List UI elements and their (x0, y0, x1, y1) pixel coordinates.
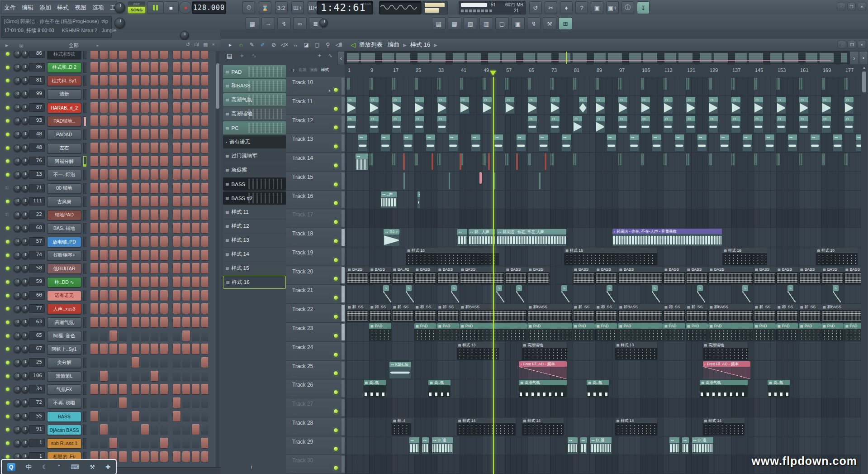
step-cell[interactable] (151, 236, 158, 247)
step-cell[interactable] (90, 424, 98, 435)
clip[interactable]: ⊶ (674, 134, 684, 152)
step-cell[interactable] (100, 62, 108, 72)
step-cell[interactable] (109, 397, 117, 408)
step-cell[interactable] (201, 236, 208, 247)
pan-knob[interactable] (14, 319, 21, 326)
clip[interactable]: ⊶ (799, 115, 809, 133)
channel-button-阿帆上..Sy1[interactable]: 阿帆上..Sy1 (47, 344, 81, 354)
volume-knob[interactable] (21, 292, 29, 300)
clip-样式 16[interactable]: ▤样式 16 (722, 248, 767, 265)
step-cell[interactable] (151, 210, 158, 220)
clip-BASS[interactable]: ▤BASS (437, 267, 459, 284)
mini-clip[interactable] (551, 153, 554, 166)
target-mixer-track[interactable]: 86 (29, 63, 45, 72)
step-cell[interactable] (90, 51, 98, 59)
channel-button-清新[interactable]: 清新 (47, 89, 81, 100)
step-cell[interactable] (109, 290, 117, 301)
target-mixer-track[interactable]: 74 (29, 251, 45, 259)
volume-knob[interactable] (21, 373, 29, 380)
volume-knob[interactable] (21, 198, 29, 206)
clip[interactable]: ⊶ (833, 134, 843, 152)
step-cell[interactable] (173, 75, 180, 86)
step-cell[interactable] (151, 451, 158, 462)
clip-PAD[interactable]: ▤PAD (663, 323, 685, 341)
step-cell[interactable] (160, 451, 168, 462)
step-cell[interactable] (151, 277, 158, 287)
clip[interactable]: ⊶ (346, 115, 356, 133)
step-cell[interactable] (151, 51, 158, 59)
step-cell[interactable] (201, 223, 208, 233)
pan-knob[interactable] (14, 440, 21, 447)
clip[interactable]: ⊶ (392, 96, 402, 114)
mini-clip[interactable] (416, 77, 418, 90)
download-icon[interactable]: ↧ (637, 1, 650, 14)
track-options[interactable]: ... (291, 373, 297, 378)
step-cell[interactable] (182, 303, 190, 314)
clip[interactable] (369, 77, 373, 95)
step-cell[interactable] (141, 196, 149, 206)
step-cell[interactable] (132, 357, 139, 368)
menu-item-选项[interactable]: 选项 (92, 4, 104, 12)
step-cell[interactable] (100, 330, 108, 341)
clip[interactable]: ⊶ (663, 115, 673, 133)
step-cell[interactable] (151, 371, 158, 381)
step-cell[interactable] (109, 357, 117, 368)
step-cell[interactable] (109, 411, 117, 421)
target-mixer-track[interactable]: 86 (29, 51, 45, 58)
step-cell[interactable] (109, 156, 117, 166)
track-mute-led[interactable] (333, 163, 338, 168)
ime-logo[interactable]: Q (7, 463, 15, 471)
step-cell[interactable] (182, 62, 190, 72)
track-header-Track-28[interactable]: Track 28... (286, 417, 345, 436)
tempo-display[interactable]: 128.000 (192, 1, 226, 14)
step-cell[interactable] (151, 303, 158, 314)
step-cell[interactable] (141, 143, 149, 153)
step-cell[interactable] (182, 250, 190, 260)
step-cell[interactable] (119, 303, 127, 314)
track-options[interactable]: ... (291, 279, 297, 283)
mini-clip[interactable] (529, 77, 531, 90)
channel-led[interactable] (6, 374, 9, 378)
pan-knob[interactable] (14, 278, 21, 286)
clip[interactable]: ⊶ (799, 96, 809, 114)
mini-clip[interactable] (800, 153, 803, 166)
clip[interactable]: ∿ (607, 285, 615, 303)
step-cell[interactable] (90, 330, 98, 341)
pan-knob[interactable] (14, 158, 21, 165)
track-mute-led[interactable] (333, 144, 338, 149)
clip-样式 16[interactable]: ▤样式 16 (406, 248, 498, 265)
track-mute-led[interactable] (333, 465, 338, 470)
mini-clip[interactable] (461, 153, 464, 166)
step-cell[interactable] (90, 143, 98, 153)
step-cell[interactable] (173, 290, 180, 301)
step-cell[interactable] (132, 75, 139, 86)
clip[interactable] (460, 153, 461, 170)
step-cell[interactable] (90, 411, 98, 421)
mini-clip[interactable] (506, 77, 509, 90)
track-mute-led[interactable] (333, 371, 338, 376)
step-cell[interactable] (173, 102, 180, 113)
picker-add-button[interactable]: + (247, 464, 256, 471)
track-header-Track-16[interactable]: Track 16... (286, 191, 345, 210)
step-cell[interactable] (182, 277, 190, 287)
clip-和BASS[interactable]: ▤和BASS (618, 304, 663, 322)
clip-PAD[interactable]: ▤PAD (414, 323, 436, 341)
channel-led[interactable] (6, 66, 9, 69)
save-icon[interactable]: ▣ (591, 1, 603, 14)
step-cell[interactable] (182, 263, 190, 273)
step-cell[interactable] (141, 277, 149, 287)
mini-clip[interactable] (438, 77, 441, 90)
clip[interactable]: ∿ (516, 285, 524, 303)
step-cell[interactable] (201, 75, 208, 86)
clip[interactable]: ∿ (833, 285, 841, 303)
collapse-arrow-icon[interactable]: ▲ (328, 89, 331, 92)
pan-knob[interactable] (14, 144, 21, 152)
volume-knob[interactable] (21, 265, 29, 273)
clip-高..氛[interactable]: ▤高..氛 (587, 380, 609, 397)
step-cell[interactable] (141, 290, 149, 301)
step-cell[interactable] (141, 357, 149, 368)
plugin-picker-icon[interactable]: ▣ (511, 17, 525, 30)
track-mute-led[interactable] (333, 182, 338, 187)
target-mixer-track[interactable]: 55 (29, 412, 45, 421)
clip[interactable] (482, 77, 486, 95)
